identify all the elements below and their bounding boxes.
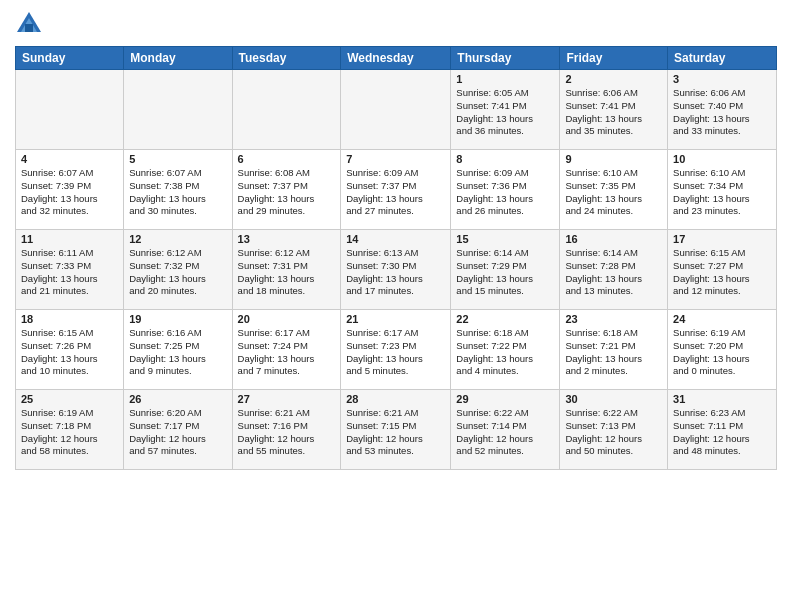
calendar-cell: 9Sunrise: 6:10 AM Sunset: 7:35 PM Daylig… — [560, 150, 668, 230]
calendar-cell: 15Sunrise: 6:14 AM Sunset: 7:29 PM Dayli… — [451, 230, 560, 310]
day-number: 21 — [346, 313, 445, 325]
calendar-cell: 1Sunrise: 6:05 AM Sunset: 7:41 PM Daylig… — [451, 70, 560, 150]
day-info: Sunrise: 6:19 AM Sunset: 7:20 PM Dayligh… — [673, 327, 771, 378]
day-number: 27 — [238, 393, 336, 405]
day-info: Sunrise: 6:12 AM Sunset: 7:32 PM Dayligh… — [129, 247, 226, 298]
day-number: 30 — [565, 393, 662, 405]
day-number: 25 — [21, 393, 118, 405]
calendar-cell — [232, 70, 341, 150]
day-info: Sunrise: 6:15 AM Sunset: 7:26 PM Dayligh… — [21, 327, 118, 378]
day-info: Sunrise: 6:08 AM Sunset: 7:37 PM Dayligh… — [238, 167, 336, 218]
calendar-cell — [16, 70, 124, 150]
day-number: 9 — [565, 153, 662, 165]
calendar-cell: 6Sunrise: 6:08 AM Sunset: 7:37 PM Daylig… — [232, 150, 341, 230]
calendar-cell: 11Sunrise: 6:11 AM Sunset: 7:33 PM Dayli… — [16, 230, 124, 310]
day-number: 1 — [456, 73, 554, 85]
day-number: 18 — [21, 313, 118, 325]
day-info: Sunrise: 6:15 AM Sunset: 7:27 PM Dayligh… — [673, 247, 771, 298]
day-info: Sunrise: 6:23 AM Sunset: 7:11 PM Dayligh… — [673, 407, 771, 458]
calendar-cell: 18Sunrise: 6:15 AM Sunset: 7:26 PM Dayli… — [16, 310, 124, 390]
day-number: 22 — [456, 313, 554, 325]
day-number: 11 — [21, 233, 118, 245]
calendar-cell — [341, 70, 451, 150]
day-number: 19 — [129, 313, 226, 325]
day-number: 20 — [238, 313, 336, 325]
calendar-cell: 28Sunrise: 6:21 AM Sunset: 7:15 PM Dayli… — [341, 390, 451, 470]
calendar-cell: 5Sunrise: 6:07 AM Sunset: 7:38 PM Daylig… — [124, 150, 232, 230]
weekday-header-monday: Monday — [124, 47, 232, 70]
calendar-cell: 26Sunrise: 6:20 AM Sunset: 7:17 PM Dayli… — [124, 390, 232, 470]
calendar-cell: 27Sunrise: 6:21 AM Sunset: 7:16 PM Dayli… — [232, 390, 341, 470]
logo-icon — [15, 10, 43, 38]
calendar-cell: 2Sunrise: 6:06 AM Sunset: 7:41 PM Daylig… — [560, 70, 668, 150]
calendar-cell: 7Sunrise: 6:09 AM Sunset: 7:37 PM Daylig… — [341, 150, 451, 230]
calendar-cell: 30Sunrise: 6:22 AM Sunset: 7:13 PM Dayli… — [560, 390, 668, 470]
week-row-4: 25Sunrise: 6:19 AM Sunset: 7:18 PM Dayli… — [16, 390, 777, 470]
weekday-header-sunday: Sunday — [16, 47, 124, 70]
calendar-cell: 13Sunrise: 6:12 AM Sunset: 7:31 PM Dayli… — [232, 230, 341, 310]
day-info: Sunrise: 6:22 AM Sunset: 7:13 PM Dayligh… — [565, 407, 662, 458]
day-number: 12 — [129, 233, 226, 245]
weekday-header-wednesday: Wednesday — [341, 47, 451, 70]
calendar: SundayMondayTuesdayWednesdayThursdayFrid… — [15, 46, 777, 470]
day-number: 14 — [346, 233, 445, 245]
day-info: Sunrise: 6:18 AM Sunset: 7:22 PM Dayligh… — [456, 327, 554, 378]
day-info: Sunrise: 6:09 AM Sunset: 7:37 PM Dayligh… — [346, 167, 445, 218]
day-number: 6 — [238, 153, 336, 165]
weekday-header-thursday: Thursday — [451, 47, 560, 70]
weekday-header-tuesday: Tuesday — [232, 47, 341, 70]
calendar-cell: 25Sunrise: 6:19 AM Sunset: 7:18 PM Dayli… — [16, 390, 124, 470]
calendar-cell: 8Sunrise: 6:09 AM Sunset: 7:36 PM Daylig… — [451, 150, 560, 230]
weekday-header-friday: Friday — [560, 47, 668, 70]
day-info: Sunrise: 6:12 AM Sunset: 7:31 PM Dayligh… — [238, 247, 336, 298]
calendar-cell: 21Sunrise: 6:17 AM Sunset: 7:23 PM Dayli… — [341, 310, 451, 390]
calendar-cell — [124, 70, 232, 150]
day-info: Sunrise: 6:13 AM Sunset: 7:30 PM Dayligh… — [346, 247, 445, 298]
calendar-cell: 14Sunrise: 6:13 AM Sunset: 7:30 PM Dayli… — [341, 230, 451, 310]
day-number: 7 — [346, 153, 445, 165]
day-info: Sunrise: 6:17 AM Sunset: 7:24 PM Dayligh… — [238, 327, 336, 378]
calendar-cell: 16Sunrise: 6:14 AM Sunset: 7:28 PM Dayli… — [560, 230, 668, 310]
calendar-cell: 20Sunrise: 6:17 AM Sunset: 7:24 PM Dayli… — [232, 310, 341, 390]
calendar-cell: 24Sunrise: 6:19 AM Sunset: 7:20 PM Dayli… — [668, 310, 777, 390]
day-info: Sunrise: 6:11 AM Sunset: 7:33 PM Dayligh… — [21, 247, 118, 298]
day-number: 26 — [129, 393, 226, 405]
weekday-header-row: SundayMondayTuesdayWednesdayThursdayFrid… — [16, 47, 777, 70]
day-info: Sunrise: 6:14 AM Sunset: 7:28 PM Dayligh… — [565, 247, 662, 298]
day-info: Sunrise: 6:19 AM Sunset: 7:18 PM Dayligh… — [21, 407, 118, 458]
calendar-cell: 29Sunrise: 6:22 AM Sunset: 7:14 PM Dayli… — [451, 390, 560, 470]
day-info: Sunrise: 6:21 AM Sunset: 7:15 PM Dayligh… — [346, 407, 445, 458]
day-info: Sunrise: 6:21 AM Sunset: 7:16 PM Dayligh… — [238, 407, 336, 458]
day-number: 17 — [673, 233, 771, 245]
calendar-cell: 31Sunrise: 6:23 AM Sunset: 7:11 PM Dayli… — [668, 390, 777, 470]
logo — [15, 10, 47, 38]
day-info: Sunrise: 6:20 AM Sunset: 7:17 PM Dayligh… — [129, 407, 226, 458]
day-number: 29 — [456, 393, 554, 405]
day-info: Sunrise: 6:10 AM Sunset: 7:34 PM Dayligh… — [673, 167, 771, 218]
day-info: Sunrise: 6:22 AM Sunset: 7:14 PM Dayligh… — [456, 407, 554, 458]
calendar-cell: 22Sunrise: 6:18 AM Sunset: 7:22 PM Dayli… — [451, 310, 560, 390]
day-info: Sunrise: 6:07 AM Sunset: 7:38 PM Dayligh… — [129, 167, 226, 218]
week-row-2: 11Sunrise: 6:11 AM Sunset: 7:33 PM Dayli… — [16, 230, 777, 310]
calendar-cell: 17Sunrise: 6:15 AM Sunset: 7:27 PM Dayli… — [668, 230, 777, 310]
calendar-cell: 19Sunrise: 6:16 AM Sunset: 7:25 PM Dayli… — [124, 310, 232, 390]
day-number: 13 — [238, 233, 336, 245]
day-info: Sunrise: 6:09 AM Sunset: 7:36 PM Dayligh… — [456, 167, 554, 218]
day-info: Sunrise: 6:05 AM Sunset: 7:41 PM Dayligh… — [456, 87, 554, 138]
day-info: Sunrise: 6:06 AM Sunset: 7:41 PM Dayligh… — [565, 87, 662, 138]
day-number: 10 — [673, 153, 771, 165]
calendar-cell: 12Sunrise: 6:12 AM Sunset: 7:32 PM Dayli… — [124, 230, 232, 310]
day-info: Sunrise: 6:18 AM Sunset: 7:21 PM Dayligh… — [565, 327, 662, 378]
weekday-header-saturday: Saturday — [668, 47, 777, 70]
day-info: Sunrise: 6:10 AM Sunset: 7:35 PM Dayligh… — [565, 167, 662, 218]
week-row-1: 4Sunrise: 6:07 AM Sunset: 7:39 PM Daylig… — [16, 150, 777, 230]
day-number: 4 — [21, 153, 118, 165]
svg-rect-2 — [25, 24, 33, 32]
day-number: 31 — [673, 393, 771, 405]
week-row-3: 18Sunrise: 6:15 AM Sunset: 7:26 PM Dayli… — [16, 310, 777, 390]
day-info: Sunrise: 6:16 AM Sunset: 7:25 PM Dayligh… — [129, 327, 226, 378]
day-number: 16 — [565, 233, 662, 245]
day-number: 28 — [346, 393, 445, 405]
day-number: 8 — [456, 153, 554, 165]
header — [15, 10, 777, 38]
